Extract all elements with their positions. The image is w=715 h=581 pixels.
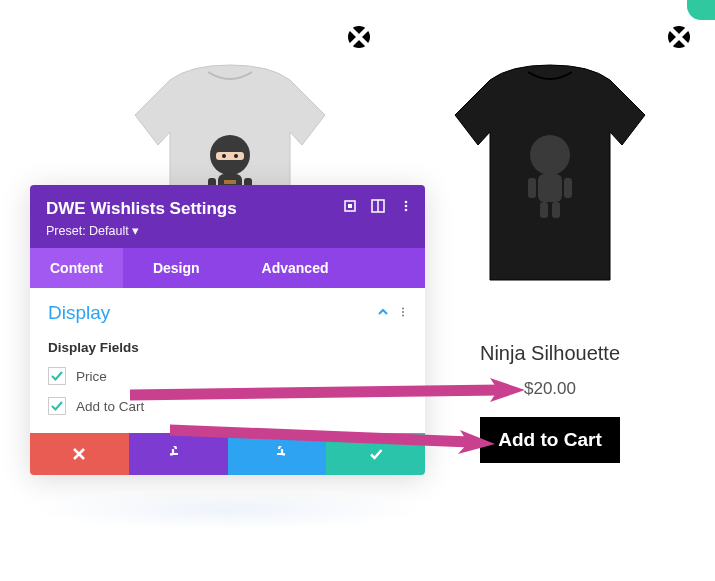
expand-icon[interactable] (343, 199, 357, 213)
redo-button[interactable] (228, 433, 327, 475)
svg-rect-12 (540, 202, 548, 218)
panel-body: Display Display Fields Price Add to Cart (30, 288, 425, 433)
tab-content[interactable]: Content (30, 248, 123, 288)
settings-panel: DWE Wishlists Settings Preset: Default ▾… (30, 185, 425, 475)
svg-point-22 (405, 209, 408, 212)
svg-point-10 (530, 135, 570, 175)
confirm-button[interactable] (326, 433, 425, 475)
undo-button[interactable] (129, 433, 228, 475)
svg-point-3 (234, 154, 238, 158)
section-more-icon[interactable] (397, 304, 409, 322)
panel-shadow (30, 490, 425, 530)
svg-point-20 (405, 201, 408, 204)
svg-rect-1 (216, 152, 244, 160)
svg-rect-17 (348, 204, 352, 208)
svg-rect-13 (552, 202, 560, 218)
product-image (400, 20, 700, 330)
svg-rect-15 (564, 178, 572, 198)
product-card: Ninja Silhouette $20.00 Add to Cart (400, 20, 700, 463)
svg-point-23 (402, 307, 404, 309)
remove-product-button[interactable] (348, 26, 370, 48)
svg-point-25 (402, 314, 404, 316)
checkbox-addtocart[interactable] (48, 397, 66, 415)
field-price-label: Price (76, 369, 107, 384)
checkbox-price[interactable] (48, 367, 66, 385)
section-title[interactable]: Display (48, 302, 407, 324)
preset-label: Preset: Default (46, 224, 129, 238)
product-title: Ninja Silhouette (400, 342, 700, 365)
add-to-cart-button[interactable]: Add to Cart (480, 417, 619, 463)
field-addtocart-label: Add to Cart (76, 399, 144, 414)
tab-design[interactable]: Design (133, 248, 220, 288)
tshirt-black (450, 60, 650, 290)
svg-rect-11 (538, 174, 562, 202)
svg-point-24 (402, 311, 404, 313)
panel-header: DWE Wishlists Settings Preset: Default ▾ (30, 185, 425, 248)
svg-point-2 (222, 154, 226, 158)
field-price-row: Price (48, 367, 407, 385)
svg-point-21 (405, 205, 408, 208)
chevron-down-icon: ▾ (132, 224, 139, 238)
more-icon[interactable] (399, 199, 413, 213)
remove-product-button[interactable] (668, 26, 690, 48)
field-addtocart-row: Add to Cart (48, 397, 407, 415)
panel-tabs: Content Design Advanced (30, 248, 425, 288)
panel-preset[interactable]: Preset: Default ▾ (46, 223, 409, 238)
tab-advanced[interactable]: Advanced (242, 248, 349, 288)
display-fields-label: Display Fields (48, 340, 407, 355)
product-price: $20.00 (400, 379, 700, 399)
columns-icon[interactable] (371, 199, 385, 213)
panel-footer (30, 433, 425, 475)
collapse-icon[interactable] (377, 304, 389, 322)
svg-rect-14 (528, 178, 536, 198)
svg-rect-9 (224, 180, 236, 184)
cancel-button[interactable] (30, 433, 129, 475)
